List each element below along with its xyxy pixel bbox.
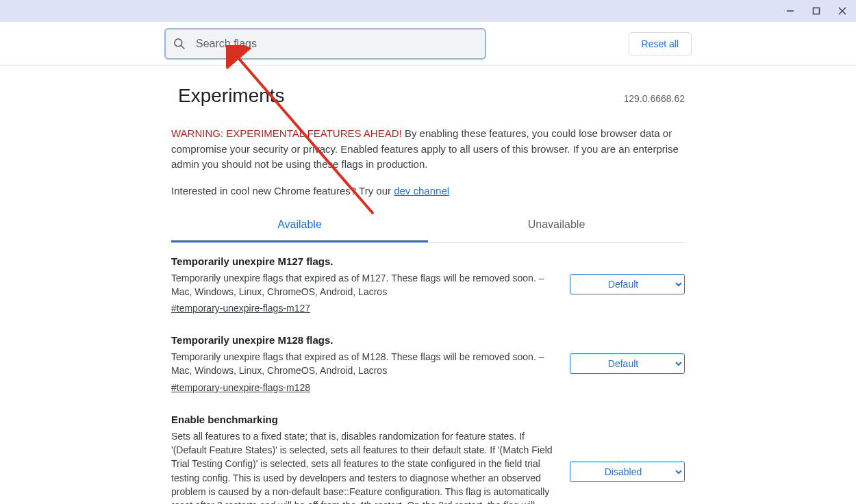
flag-row: Temporarily unexpire M128 flags. Tempora… (171, 322, 685, 401)
close-icon (838, 7, 846, 15)
interest-prefix: Interested in cool new Chrome features? … (171, 185, 394, 197)
warning-prefix: WARNING: EXPERIMENTAL FEATURES AHEAD! (171, 127, 402, 139)
flag-anchor-link[interactable]: #temporary-unexpire-flags-m128 (171, 382, 310, 393)
warning-text: WARNING: EXPERIMENTAL FEATURES AHEAD! By… (171, 126, 685, 173)
flag-state-select[interactable]: Default (570, 274, 685, 294)
flag-row: Enable benchmarking Sets all features to… (171, 401, 685, 504)
flag-state-select[interactable]: Default (570, 353, 685, 374)
top-toolbar: Reset all (0, 22, 856, 66)
tab-unavailable[interactable]: Unavailable (428, 209, 685, 242)
flag-row: Temporarily unexpire M127 flags. Tempora… (171, 243, 685, 323)
window-titlebar (0, 0, 856, 22)
flag-title: Temporarily unexpire M128 flags. (171, 334, 556, 346)
svg-line-5 (181, 45, 185, 49)
flag-anchor-link[interactable]: #temporary-unexpire-flags-m127 (171, 303, 310, 314)
tab-available[interactable]: Available (171, 209, 428, 242)
window-maximize-button[interactable] (808, 3, 824, 19)
flag-title: Enable benchmarking (171, 414, 556, 425)
dev-channel-link[interactable]: dev channel (394, 185, 449, 197)
page-title: Experiments (178, 85, 285, 107)
window-minimize-button[interactable] (782, 3, 798, 19)
version-label: 129.0.6668.62 (623, 93, 685, 104)
search-icon (173, 37, 186, 51)
window-close-button[interactable] (834, 3, 851, 19)
dev-channel-line: Interested in cool new Chrome features? … (171, 185, 685, 197)
maximize-icon (812, 7, 820, 15)
flag-description: Temporarily unexpire flags that expired … (171, 350, 556, 378)
flag-title: Temporarily unexpire M127 flags. (171, 255, 556, 267)
reset-all-button[interactable]: Reset all (629, 32, 692, 55)
minimize-icon (786, 7, 794, 15)
flag-description: Temporarily unexpire flags that expired … (171, 271, 556, 299)
svg-rect-1 (814, 8, 820, 14)
flag-description: Sets all features to a fixed state; that… (171, 429, 556, 504)
svg-point-4 (175, 38, 182, 46)
tabs: Available Unavailable (171, 209, 685, 243)
search-container (164, 28, 486, 60)
main-content: Experiments 129.0.6668.62 WARNING: EXPER… (164, 85, 692, 504)
flag-state-select[interactable]: Disabled (570, 462, 685, 482)
search-input[interactable] (164, 28, 486, 60)
